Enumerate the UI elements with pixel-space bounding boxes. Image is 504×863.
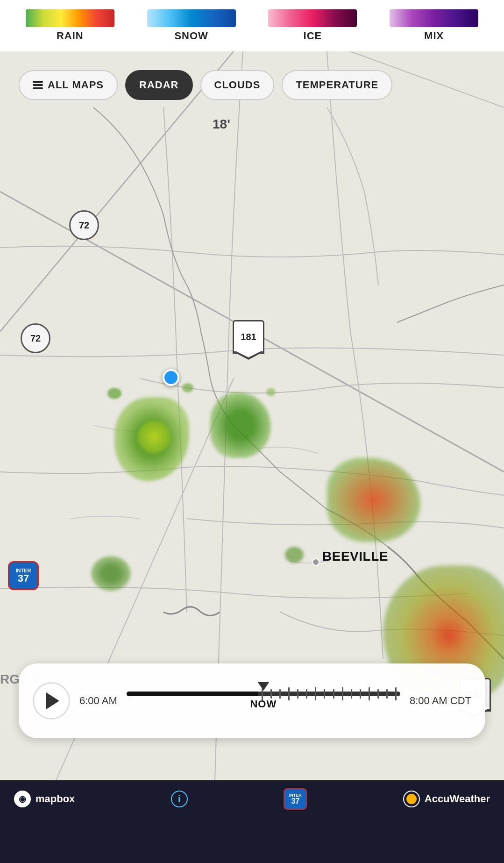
all-maps-button[interactable]: ALL MAPS <box>19 70 118 100</box>
accuweather-label: AccuWeather <box>425 793 490 805</box>
time-end: 8:00 AM CDT <box>410 695 471 707</box>
temperature-button[interactable]: TEMPERATURE <box>282 70 392 100</box>
radar-blob-tiny-2 <box>266 388 276 396</box>
radar-blob-tiny-1 <box>182 383 193 392</box>
rain-label: RAIN <box>57 30 84 42</box>
road-marker-72-top: 72 <box>69 210 99 240</box>
radar-blob-small-br <box>285 547 304 563</box>
beeville-dot <box>312 558 319 566</box>
ice-gradient <box>268 9 357 27</box>
info-button[interactable]: i <box>171 791 188 807</box>
attribution-interstate: INTER 37 <box>284 788 307 810</box>
beeville-label: BEEVILLE <box>322 549 388 564</box>
clouds-button[interactable]: CLOUDS <box>200 70 275 100</box>
mix-gradient <box>390 9 478 27</box>
timeline-bar[interactable]: 6:00 AM <box>19 663 485 738</box>
shield-shape-181: 181 <box>233 320 264 354</box>
timeline-slider[interactable]: NOW <box>127 692 400 710</box>
map-buttons: ALL MAPS RADAR CLOUDS TEMPERATURE <box>19 70 504 100</box>
snow-gradient <box>147 9 236 27</box>
ice-label: ICE <box>304 30 322 42</box>
radar-blob-yellow-left <box>138 421 170 453</box>
radar-blob-right-hot <box>327 458 420 542</box>
road-marker-72-left: 72 <box>21 323 50 353</box>
mapbox-label: mapbox <box>35 793 75 805</box>
attribution-bar: ◉ mapbox i INTER 37 AccuWeather <box>0 780 504 818</box>
snow-legend: SNOW <box>147 9 236 42</box>
play-icon <box>46 692 59 709</box>
radar-blob-bottom-left <box>91 556 131 591</box>
play-button[interactable] <box>33 682 70 720</box>
radar-blob-small-1 <box>107 388 121 399</box>
time-start: 6:00 AM <box>79 695 117 707</box>
mapbox-logo: ◉ mapbox <box>14 791 75 807</box>
road-marker-181: 181 <box>231 320 266 354</box>
interstate-shape-37: INTER 37 <box>8 561 39 590</box>
slider-track <box>127 692 400 696</box>
svg-text:18': 18' <box>213 117 230 131</box>
legend-bar: RAIN SNOW ICE MIX <box>0 0 504 51</box>
interstate-37: INTER 37 <box>7 560 40 592</box>
radar-button[interactable]: RADAR <box>125 70 192 100</box>
slider-filled <box>127 692 258 696</box>
accuweather-logo: AccuWeather <box>403 791 490 807</box>
sun-icon <box>406 794 417 804</box>
mapbox-icon: ◉ <box>14 791 31 807</box>
layers-icon <box>33 81 43 89</box>
rain-legend: RAIN <box>26 9 114 42</box>
snow-label: SNOW <box>174 30 208 42</box>
radar-blob-center-right <box>210 392 271 458</box>
location-dot <box>163 369 179 386</box>
ice-legend: ICE <box>268 9 357 42</box>
accuweather-icon <box>403 791 420 807</box>
slider-ticks <box>258 687 400 700</box>
mix-label: MIX <box>424 30 444 42</box>
mix-legend: MIX <box>390 9 478 42</box>
map-container[interactable]: 18' ALL MAPS RADAR CLOUDS TEMPERATURE 72… <box>0 51 504 780</box>
rain-gradient <box>26 9 114 27</box>
